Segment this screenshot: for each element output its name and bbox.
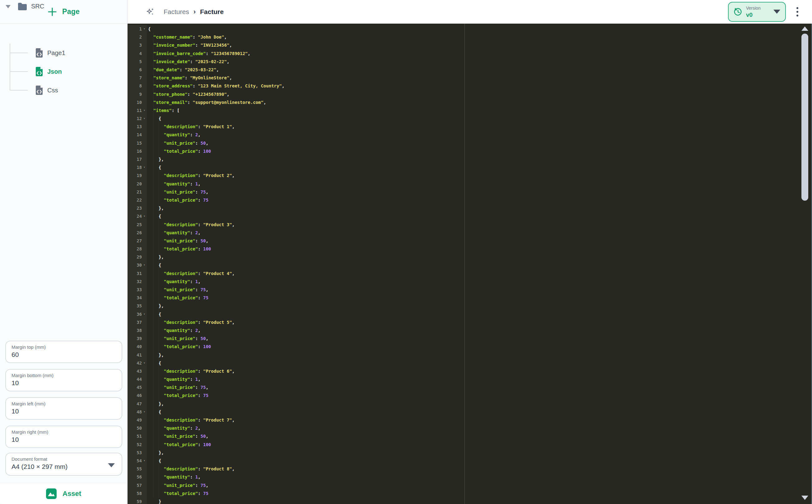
fold-toggle-icon[interactable]: ▾ <box>142 261 147 269</box>
code-line[interactable]: 37 "description": "Product 5", <box>128 318 812 326</box>
code-line[interactable]: 20 "quantity": 1, <box>128 180 812 188</box>
code-text: "description": "Product 1", <box>148 123 235 131</box>
breadcrumb-parent[interactable]: Factures <box>164 8 189 16</box>
fold-toggle-icon[interactable]: ▾ <box>142 106 147 114</box>
code-line[interactable]: 10 "store_email": "support@myonlinestore… <box>128 98 812 106</box>
kebab-menu-icon[interactable] <box>796 6 799 18</box>
code-line[interactable]: 54▾ { <box>128 457 812 465</box>
code-line[interactable]: 51 "unit_price": 50, <box>128 432 812 440</box>
code-line[interactable]: 44 "quantity": 1, <box>128 375 812 383</box>
code-line[interactable]: 38 "quantity": 2, <box>128 326 812 334</box>
code-line[interactable]: 48▾ { <box>128 408 812 416</box>
line-number: 51 <box>128 432 147 440</box>
code-line[interactable]: 23 }, <box>128 204 812 212</box>
code-line[interactable]: 6 "due_date": "2025-03-22", <box>128 66 812 74</box>
code-line[interactable]: 40 "total_price": 100 <box>128 343 812 351</box>
code-line[interactable]: 42▾ { <box>128 359 812 367</box>
code-line[interactable]: 50 "quantity": 2, <box>128 424 812 432</box>
code-line[interactable]: 22 "total_price": 75 <box>128 196 812 204</box>
code-line[interactable]: 1▾{ <box>128 25 812 33</box>
code-line[interactable]: 26 "quantity": 2, <box>128 229 812 237</box>
code-line[interactable]: 36▾ { <box>128 310 812 318</box>
code-line[interactable]: 41 }, <box>128 351 812 359</box>
code-line[interactable]: 30▾ { <box>128 261 812 269</box>
code-line[interactable]: 58 "total_price": 75 <box>128 489 812 497</box>
code-line[interactable]: 57 "unit_price": 75, <box>128 481 812 489</box>
line-number: 42▾ <box>128 359 147 367</box>
field-label: Margin bottom (mm) <box>12 372 116 379</box>
chevron-down-icon[interactable] <box>6 5 11 8</box>
code-line[interactable]: 5 "invoice_date": "2025-02-22", <box>128 58 812 66</box>
fold-toggle-icon[interactable]: ▾ <box>142 114 147 123</box>
code-line[interactable]: 15 "unit_price": 50, <box>128 139 812 147</box>
code-line[interactable]: 56 "quantity": 1, <box>128 473 812 481</box>
margin-top-field[interactable]: Margin top (mm) 60 <box>5 341 122 363</box>
code-line[interactable]: 13 "description": "Product 1", <box>128 123 812 131</box>
code-line[interactable]: 43 "description": "Product 6", <box>128 367 812 375</box>
code-line[interactable]: 16 "total_price": 100 <box>128 147 812 155</box>
asset-button[interactable]: Asset <box>0 483 127 504</box>
code-line[interactable]: 34 "total_price": 75 <box>128 294 812 302</box>
line-number: 47 <box>128 400 147 408</box>
sidebar-item-json[interactable]: Json <box>0 65 127 78</box>
sparkles-icon[interactable] <box>146 7 155 16</box>
code-line[interactable]: 39 "unit_price": 50, <box>128 334 812 343</box>
code-line[interactable]: 2 "customer_name": "John Doe", <box>128 33 812 41</box>
sidebar-item-page1[interactable]: Page1 <box>0 47 127 59</box>
code-line[interactable]: 21 "unit_price": 75, <box>128 188 812 196</box>
code-editor[interactable]: 1▾{2 "customer_name": "John Doe",3 "invo… <box>128 24 812 504</box>
code-line[interactable]: 11▾ "items": [ <box>128 106 812 114</box>
margin-bottom-field[interactable]: Margin bottom (mm) 10 <box>5 369 122 391</box>
code-line[interactable]: 31 "description": "Product 4", <box>128 269 812 278</box>
code-line[interactable]: 4 "invoice_barre_code": "123456789012", <box>128 49 812 58</box>
code-text: "quantity": 2, <box>148 229 201 237</box>
code-line[interactable]: 55 "description": "Product 8", <box>128 465 812 473</box>
code-line[interactable]: 24▾ { <box>128 212 812 220</box>
version-value: v0 <box>746 12 761 18</box>
line-number: 38 <box>128 326 147 334</box>
code-line[interactable]: 49 "description": "Product 7", <box>128 416 812 424</box>
code-line[interactable]: 52 "total_price": 100 <box>128 441 812 449</box>
asset-label: Asset <box>63 490 81 498</box>
code-line[interactable]: 14 "quantity": 2, <box>128 131 812 139</box>
fold-toggle-icon[interactable]: ▾ <box>142 212 147 220</box>
fold-toggle-icon[interactable]: ▾ <box>142 359 147 367</box>
fold-toggle-icon[interactable]: ▾ <box>142 163 147 171</box>
margin-left-field[interactable]: Margin left (mm) 10 <box>5 397 122 420</box>
code-line[interactable]: 28 "total_price": 100 <box>128 245 812 253</box>
code-line[interactable]: 46 "total_price": 75 <box>128 391 812 399</box>
code-line[interactable]: 33 "unit_price": 75, <box>128 286 812 294</box>
code-text: "invoice_number": "INV123456", <box>148 41 232 49</box>
code-line[interactable]: 47 }, <box>128 400 812 408</box>
code-line[interactable]: 12▾ { <box>128 114 812 123</box>
document-format-select[interactable]: Document format A4 (210 × 297 mm) <box>5 453 122 476</box>
code-line[interactable]: 59 } <box>128 497 812 504</box>
fold-toggle-icon[interactable]: ▾ <box>142 408 147 416</box>
code-line[interactable]: 53 }, <box>128 449 812 457</box>
code-line[interactable]: 27 "unit_price": 50, <box>128 237 812 245</box>
margin-right-field[interactable]: Margin right (mm) 10 <box>5 426 122 448</box>
sidebar-item-css[interactable]: Css <box>0 84 127 96</box>
code-line[interactable]: 9 "store_phone": "+1234567890", <box>128 90 812 98</box>
code-line[interactable]: 3 "invoice_number": "INV123456", <box>128 41 812 49</box>
code-line[interactable]: 17 }, <box>128 155 812 163</box>
scrollbar-thumb[interactable] <box>801 34 808 201</box>
code-line[interactable]: 18▾ { <box>128 163 812 171</box>
scrollbar-down-arrow[interactable] <box>801 496 808 500</box>
code-line[interactable]: 45 "unit_price": 75, <box>128 383 812 391</box>
code-line[interactable]: 19 "description": "Product 2", <box>128 171 812 180</box>
code-text: }, <box>148 400 164 408</box>
fold-toggle-icon[interactable]: ▾ <box>142 457 147 465</box>
code-line[interactable]: 25 "description": "Product 3", <box>128 221 812 229</box>
code-line[interactable]: 35 }, <box>128 302 812 310</box>
fold-toggle-icon[interactable]: ▾ <box>142 310 147 318</box>
line-number: 29 <box>128 253 147 261</box>
code-line[interactable]: 32 "quantity": 1, <box>128 278 812 286</box>
version-dropdown[interactable]: Version v0 <box>728 2 786 22</box>
scrollbar-up-arrow[interactable] <box>801 26 808 31</box>
code-line[interactable]: 8 "store_address": "123 Main Street, Cit… <box>128 82 812 90</box>
tree-item-src[interactable]: SRC <box>31 2 44 10</box>
code-line[interactable]: 7 "store_name": "MyOnlineStore", <box>128 74 812 82</box>
code-line[interactable]: 29 }, <box>128 253 812 261</box>
fold-toggle-icon[interactable]: ▾ <box>142 25 147 33</box>
